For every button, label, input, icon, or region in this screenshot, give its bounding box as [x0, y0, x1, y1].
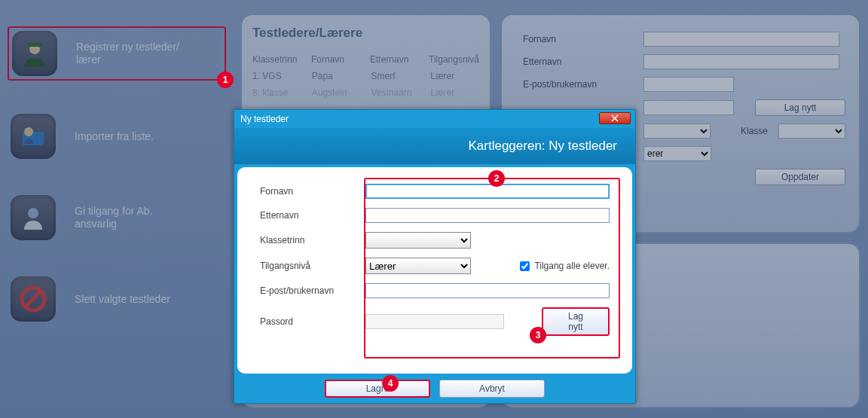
details-epost-input[interactable]	[643, 77, 734, 92]
table-row[interactable]: 1. VGS Papa Smerf Lærer	[252, 68, 479, 84]
epost-input[interactable]	[365, 283, 610, 298]
modal-footer: 4 Lagre Avbryt	[234, 377, 635, 398]
annotation-marker-3: 3	[530, 327, 546, 343]
svg-point-4	[28, 208, 38, 218]
annotation-marker-2: 2	[488, 170, 505, 187]
tilgang-alle-checkbox[interactable]	[520, 261, 530, 271]
no-entry-icon	[11, 276, 56, 322]
table-row[interactable]: 8. klasse Augstein Vestnaarn Lærer	[252, 84, 479, 101]
sidebar-item-label: Importer fra liste.	[75, 130, 154, 143]
panel-title: Testledere/Lærere	[252, 26, 479, 41]
details-password-input[interactable]	[643, 100, 734, 115]
sidebar-item-label: Slett valgte testleder	[75, 293, 170, 306]
oppdater-button[interactable]: Oppdater	[755, 169, 845, 185]
klassetrinn-select[interactable]	[365, 232, 471, 249]
label-fornavn: Fornavn	[260, 186, 365, 197]
label-klassetrinn: Klassetrinn	[260, 235, 365, 246]
lagnytt-button[interactable]: Lag nytt	[542, 307, 610, 336]
person-icon	[11, 195, 56, 240]
modal-body: 2 Fornavn Etternavn Klassetrinn Tilgangs…	[237, 167, 632, 374]
details-klasse-select[interactable]	[778, 124, 845, 139]
label-etternavn: Etternavn	[260, 210, 365, 221]
details-etternavn-input[interactable]	[643, 54, 839, 69]
sidebar-item-access[interactable]: Gi tilgang for Ab. ansvarlig	[8, 192, 226, 243]
close-icon	[611, 114, 619, 122]
fornavn-input[interactable]	[365, 184, 610, 199]
modal-header: Kartleggeren: Ny testleder	[234, 128, 635, 164]
label-klasse: Klasse	[741, 126, 778, 136]
table-header: Klassetrinn Fornavn Etternavn Tilgangsni…	[252, 51, 479, 68]
officer-icon	[12, 31, 57, 76]
folder-import-icon	[11, 114, 56, 159]
label-tilgang: Tilgangsnivå	[260, 261, 365, 271]
etternavn-input[interactable]	[365, 208, 610, 223]
details-fornavn-input[interactable]	[643, 32, 839, 47]
label-epost: E-post/brukernavn	[523, 79, 643, 90]
modal-new-testleader: Ny testleder Kartleggeren: Ny testleder …	[234, 109, 636, 404]
label-etternavn: Etternavn	[523, 56, 643, 67]
svg-line-6	[26, 291, 41, 307]
sidebar-item-delete[interactable]: Slett valgte testleder	[8, 273, 226, 325]
sidebar-item-label: Registrer ny testleder/ lærer	[76, 41, 179, 66]
label-passord: Passord	[260, 316, 365, 327]
details-access-select[interactable]: erer	[643, 146, 711, 161]
passord-input[interactable]	[365, 314, 504, 329]
details-lagnytt-button[interactable]: Lag nytt	[755, 99, 845, 116]
label-fornavn: Fornavn	[523, 34, 643, 44]
annotation-marker-4: 4	[382, 375, 399, 392]
sidebar-item-label: Gi tilgang for Ab. ansvarlig	[75, 205, 153, 230]
label-epost: E-post/brukernavn	[260, 285, 365, 296]
close-button[interactable]	[599, 112, 631, 124]
annotation-marker-1: 1	[217, 72, 234, 88]
tilgang-select[interactable]: Lærer	[365, 258, 471, 274]
modal-titlebar[interactable]: Ny testleder	[234, 110, 635, 128]
sidebar: Registrer ny testleder/ lærer 1 Importer…	[8, 26, 226, 325]
lagre-button[interactable]: Lagre	[325, 380, 430, 398]
tilgang-alle-label: Tilgang alle elever.	[534, 261, 610, 271]
details-tilgang-select[interactable]	[643, 124, 711, 139]
sidebar-item-import[interactable]: Importer fra liste.	[8, 111, 226, 162]
svg-point-3	[24, 127, 33, 136]
sidebar-item-register[interactable]: Registrer ny testleder/ lærer 1	[8, 26, 226, 81]
svg-rect-1	[27, 43, 42, 47]
avbryt-button[interactable]: Avbryt	[439, 380, 545, 398]
modal-window-title: Ny testleder	[240, 114, 289, 124]
